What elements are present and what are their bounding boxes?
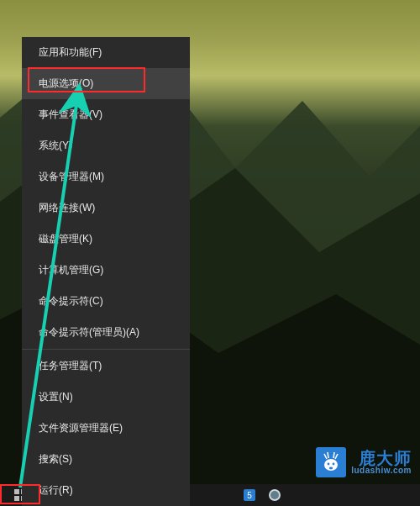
menu-item-label: 设置(N) [39, 391, 73, 403]
menu-item-device-manager[interactable]: 设备管理器(M) [22, 161, 190, 192]
svg-point-8 [270, 491, 279, 499]
menu-item-apps-features[interactable]: 应用和功能(F) [22, 37, 190, 68]
menu-item-disk-management[interactable]: 磁盘管理(K) [22, 224, 190, 255]
menu-item-label: 计算机管理(G) [39, 264, 103, 276]
menu-item-search[interactable]: 搜索(S) [22, 444, 190, 475]
menu-separator [22, 349, 190, 350]
menu-item-label: 命令提示符(管理员)(A) [39, 326, 139, 338]
menu-item-label: 搜索(S) [39, 453, 72, 465]
menu-item-network-connections[interactable]: 网络连接(W) [22, 192, 190, 224]
menu-item-system[interactable]: 系统(Y) [22, 130, 190, 161]
menu-item-label: 事件查看器(V) [39, 108, 102, 120]
svg-rect-1 [14, 489, 19, 494]
winx-context-menu: 应用和功能(F) 电源选项(O) 事件查看器(V) 系统(Y) 设备管理器(M)… [22, 37, 190, 506]
circle-icon [268, 488, 281, 502]
menu-item-label: 系统(Y) [39, 140, 72, 151]
menu-item-label: 运行(R) [39, 484, 73, 496]
menu-item-label: 网络连接(W) [39, 202, 95, 213]
menu-item-computer-management[interactable]: 计算机管理(G) [22, 255, 190, 286]
menu-item-label: 磁盘管理(K) [39, 233, 92, 245]
menu-item-label: 应用和功能(F) [39, 46, 102, 58]
menu-item-event-viewer[interactable]: 事件查看器(V) [22, 99, 190, 130]
menu-item-label: 设备管理器(M) [39, 171, 104, 182]
menu-item-label: 电源选项(O) [39, 77, 93, 89]
menu-item-file-explorer[interactable]: 文件资源管理器(E) [22, 413, 190, 444]
menu-item-power-options[interactable]: 电源选项(O) [22, 68, 190, 99]
menu-item-task-manager[interactable]: 任务管理器(T) [22, 351, 190, 382]
desktop-wallpaper: 应用和功能(F) 电源选项(O) 事件查看器(V) 系统(Y) 设备管理器(M)… [0, 0, 420, 506]
svg-rect-3 [14, 496, 19, 501]
square-icon: 5 [243, 488, 256, 502]
svg-text:5: 5 [247, 491, 252, 500]
menu-item-label: 文件资源管理器(E) [39, 422, 123, 434]
tray-icon-2[interactable] [264, 484, 286, 506]
menu-item-settings[interactable]: 设置(N) [22, 382, 190, 413]
menu-item-label: 命令提示符(C) [39, 295, 103, 307]
menu-item-label: 任务管理器(T) [39, 360, 102, 372]
menu-item-cmd-admin[interactable]: 命令提示符(管理员)(A) [22, 317, 190, 348]
menu-item-cmd[interactable]: 命令提示符(C) [22, 286, 190, 317]
menu-item-run[interactable]: 运行(R) [22, 475, 190, 506]
tray-icon-1[interactable]: 5 [239, 484, 260, 506]
